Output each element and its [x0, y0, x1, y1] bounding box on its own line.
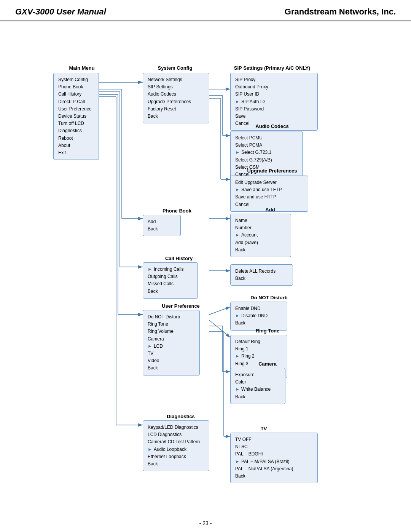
- call-history-item: Back: [148, 288, 193, 295]
- dnd-item: Back: [235, 320, 282, 327]
- user-pref-item: Ring Tone: [148, 321, 195, 328]
- ring-tone-title: Ring Tone: [247, 328, 288, 334]
- add-phonebook-item: Back: [235, 246, 286, 254]
- call-history-item: Missed Calls: [148, 280, 193, 288]
- upgrade-pref-item: ►Save and use TFTP: [235, 186, 303, 193]
- phone-book-title: Phone Book: [156, 208, 198, 214]
- user-pref-item: ►LCD: [148, 343, 195, 350]
- system-config-item: Audio Codecs: [148, 91, 204, 98]
- sip-settings-item: SIP Proxy: [235, 76, 313, 83]
- audio-codecs-item: Select PCMA: [235, 142, 298, 149]
- camera-box: Exposure Color ►White Balance Back: [230, 368, 285, 404]
- upgrade-pref-item: Save and use HTTP: [235, 193, 303, 201]
- camera-item: Exposure: [235, 371, 280, 379]
- audio-codecs-item: ►Select G.723.1: [235, 149, 298, 156]
- ring-tone-item: Ring 1: [235, 345, 282, 353]
- dnd-item: Enable DND: [235, 305, 282, 312]
- add-phonebook-item: ►Account: [235, 232, 286, 239]
- system-config-item: SIP Settings: [148, 83, 204, 91]
- dnd-item: ►Disable DND: [235, 312, 282, 320]
- diagnostics-item: Ethernet Loopback: [148, 453, 204, 460]
- ring-tone-item: Default Ring: [235, 338, 282, 345]
- user-pref-item: Back: [148, 364, 195, 372]
- user-pref-item: Do NOT Disturb: [148, 313, 195, 321]
- main-menu-item: User Preference: [58, 105, 94, 113]
- tv-title: TV: [252, 426, 275, 431]
- call-history-item: ►Incoming Calls: [148, 266, 193, 273]
- camera-item: Back: [235, 393, 280, 401]
- main-menu-item: Exit: [58, 149, 94, 157]
- user-preference-box: Do NOT Disturb Ring Tone Ring Volume Cam…: [143, 310, 200, 375]
- user-preference-title: User Preference: [152, 303, 209, 309]
- tv-box: TV OFF NTSC PAL – BDGHI ►PAL – M/PALSA (…: [230, 433, 318, 483]
- tv-item: TV OFF: [235, 436, 313, 443]
- tv-item: NTSC: [235, 443, 313, 451]
- document-title: GXV-3000 User Manual: [15, 7, 106, 17]
- phone-book-box: Add Back: [143, 215, 181, 236]
- user-pref-item: Ring Volume: [148, 328, 195, 335]
- diagnostics-item: Keypad/LED Diagnostics: [148, 424, 204, 431]
- call-history-item: Outgoing Calls: [148, 273, 193, 280]
- audio-codecs-title: Audio Codecs: [242, 123, 303, 129]
- call-history-title: Call History: [154, 256, 204, 261]
- main-menu-item: Call History: [58, 91, 94, 98]
- add-phonebook-item: Add (Save): [235, 239, 286, 246]
- sip-settings-item: SIP Password: [235, 105, 313, 113]
- phone-book-item: Add: [148, 218, 176, 225]
- main-menu-item: Direct IP Call: [58, 98, 94, 105]
- diagnostics-box: Keypad/LED Diagnostics LCD Diagnostics C…: [143, 420, 209, 471]
- add-phonebook-item: Name: [235, 217, 286, 224]
- main-menu-item: About: [58, 142, 94, 149]
- tv-item: ►PAL – M/PALSA (Brazil): [235, 458, 313, 465]
- svg-line-21: [209, 320, 230, 337]
- upgrade-preferences-box: Edit Upgrade Server ►Save and use TFTP S…: [230, 176, 308, 212]
- upgrade-pref-item: Edit Upgrade Server: [235, 179, 303, 186]
- company-name: Grandstream Networks, Inc.: [285, 7, 396, 17]
- sip-settings-item: SIP User ID: [235, 91, 313, 98]
- system-config-title: System Config: [141, 65, 209, 71]
- system-config-item: Upgrade Preferences: [148, 98, 204, 105]
- system-config-item: Back: [148, 113, 204, 120]
- main-menu-item: Phone Book: [58, 83, 94, 91]
- sip-settings-item: ►SIP Auth ID: [235, 98, 313, 105]
- sip-settings-item: Save: [235, 113, 313, 120]
- tv-item: Back: [235, 473, 313, 480]
- sip-settings-item: Outbound Proxy: [235, 83, 313, 91]
- user-pref-item: Video: [148, 357, 195, 364]
- sip-settings-box: SIP Proxy Outbound Proxy SIP User ID ►SI…: [230, 73, 318, 131]
- main-menu-item: Reboot: [58, 135, 94, 142]
- system-config-box: Network Settings SIP Settings Audio Code…: [143, 73, 209, 123]
- main-menu-title: Main Menu: [59, 65, 105, 71]
- add-phonebook-box: Name Number ►Account Add (Save) Back: [230, 214, 291, 257]
- add-phonebook-title: Add: [259, 207, 282, 212]
- do-not-disturb-box: Enable DND ►Disable DND Back: [230, 302, 287, 331]
- diagnostics-title: Diagnostics: [154, 414, 207, 419]
- add-phonebook-item: Number: [235, 224, 286, 232]
- upgrade-preferences-title: Upgrade Preferences: [234, 168, 310, 174]
- tv-item: PAL – BDGHI: [235, 451, 313, 458]
- phone-book-item: Back: [148, 225, 176, 233]
- delete-records-item: Back: [235, 275, 288, 282]
- main-menu-box: System Config Phone Book Call History Di…: [53, 73, 99, 160]
- user-pref-item: Camera: [148, 335, 195, 343]
- svg-line-20: [209, 307, 230, 315]
- do-not-disturb-title: Do NOT Disturb: [241, 295, 298, 300]
- camera-item: Color: [235, 379, 280, 386]
- diagnostics-item: ►Audio Loopback: [148, 446, 204, 453]
- main-menu-item: Device Status: [58, 113, 94, 120]
- call-history-box: ►Incoming Calls Outgoing Calls Missed Ca…: [143, 262, 198, 299]
- audio-codecs-box: Select PCMU Select PCMA ►Select G.723.1 …: [230, 131, 303, 182]
- main-menu-item: System Config: [58, 76, 94, 83]
- user-pref-item: TV: [148, 350, 195, 357]
- camera-item: ►White Balance: [235, 386, 280, 393]
- main-menu-item: Diagnostics: [58, 127, 94, 134]
- system-config-item: Network Settings: [148, 76, 204, 83]
- tv-item: PAL – Nc/PALSA (Argentina): [235, 465, 313, 473]
- audio-codecs-item: Select PCMU: [235, 134, 298, 142]
- diagnostics-item: Camera/LCD Test Pattern: [148, 438, 204, 446]
- camera-title: Camera: [250, 361, 285, 367]
- diagnostics-item: LCD Diagnostics: [148, 431, 204, 438]
- sip-settings-title: SIP Settings (Primary A/C ONLY): [226, 65, 318, 71]
- delete-records-item: Delete ALL Records: [235, 268, 288, 275]
- diagnostics-item: Back: [148, 460, 204, 468]
